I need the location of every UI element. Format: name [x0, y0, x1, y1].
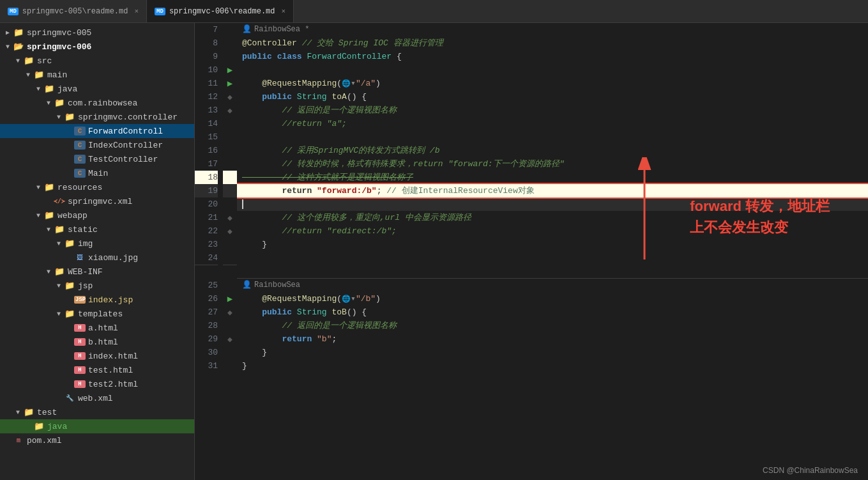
tab-label-1: springmvc-005\readme.md [22, 7, 128, 16]
sidebar-item-xiaomu[interactable]: 🖼 xiaomu.jpg [0, 251, 194, 265]
sidebar-item-forward-controller[interactable]: C ForwardControll [0, 124, 194, 138]
sidebar-item-resources[interactable]: ▼ 📁 resources [0, 180, 194, 194]
sidebar-item-webinf[interactable]: ▼ 📁 WEB-INF [0, 265, 194, 279]
code-line-10: @RequestMapping(🌐▾"/a") [237, 77, 868, 90]
run-icon-10[interactable]: ▶ [227, 65, 232, 75]
linenum-17: 17 [195, 157, 218, 171]
gutter-8 [223, 36, 237, 50]
kw-public-8: public [242, 52, 272, 61]
linenum-8: 8 [195, 36, 218, 50]
gutter-17 [223, 157, 237, 171]
code-line-18: return "forward:/b"; // 创建InternalResour… [237, 184, 868, 197]
sidebar-item-springmvc006[interactable]: ▼ 📂 springmvc-006 [0, 40, 194, 54]
pom-icon: m [13, 437, 24, 444]
sidebar-item-test-html[interactable]: H test.html [0, 363, 194, 377]
tab-springmvc006[interactable]: MD springmvc-006\readme.md × [147, 0, 294, 22]
sidebar-item-test2-html[interactable]: H test2.html [0, 377, 194, 391]
html-icon-index: H [74, 352, 86, 360]
sidebar-item-index-jsp[interactable]: JSP index.jsp [0, 293, 194, 307]
sidebar-label-src: src [37, 56, 194, 66]
tab-close-2[interactable]: × [282, 8, 286, 15]
tab-close-1[interactable]: × [134, 8, 139, 15]
sidebar-item-img[interactable]: ▼ 📁 img [0, 236, 194, 251]
sidebar-label-b-html: b.html [88, 337, 194, 347]
static-folder-icon: 📁 [54, 224, 65, 235]
run-icon-11[interactable]: ▶ [227, 78, 232, 89]
java-icon-tc: C [74, 155, 86, 164]
str-28: "b" [317, 334, 331, 344]
sidebar-label-img: img [78, 239, 194, 249]
comment-12: // 返回的是一个逻辑视图名称 [242, 105, 397, 115]
sidebar-item-index-controller[interactable]: C IndexController [0, 138, 194, 152]
tab-md-icon-2: MD [155, 8, 165, 15]
test-java-folder-icon: 📁 [33, 421, 45, 431]
code-line-23 [237, 251, 868, 265]
sidebar-label-resources: resources [57, 183, 194, 192]
comment-17-strike: // 这种方式就不是逻辑视图名称了 [242, 173, 413, 182]
linenum-21: 21 [195, 211, 218, 224]
sidebar-item-com-rainbowsea[interactable]: ▼ 📁 com.rainbowsea [0, 96, 194, 110]
tab-springmvc005[interactable]: MD springmvc-005\readme.md × [0, 0, 147, 22]
gutter-25 [223, 279, 237, 292]
sidebar-item-test-controller[interactable]: C TestController [0, 152, 194, 166]
ctrl-folder-icon: 📁 [64, 112, 75, 122]
sidebar-item-index-html[interactable]: H index.html [0, 349, 194, 363]
sidebar-item-static[interactable]: ▼ 📁 static [0, 222, 194, 236]
gutter-31 [223, 359, 237, 373]
sidebar-item-web-xml[interactable]: 🔧 web.xml [0, 391, 194, 405]
sidebar-item-a-html[interactable]: H a.html [0, 321, 194, 335]
comment-15: // 采用SpringMVC的转发方式跳转到 /b [242, 146, 439, 155]
java-icon-mc: C [74, 169, 86, 178]
kw-public-11: public [262, 92, 292, 102]
code-line-25: @RequestMapping(🌐▾"/b") [237, 292, 868, 306]
tab-bar: MD springmvc-005\readme.md × MD springmv… [0, 0, 868, 23]
gutter-20 [223, 197, 237, 211]
linenum-13: 13 [195, 104, 218, 117]
html-icon-test: H [74, 366, 86, 374]
sidebar-label-main: main [47, 70, 194, 80]
sidebar-label-xiaomu: xiaomu.jpg [88, 253, 194, 263]
comment-21: //return "redirect:/b"; [242, 226, 397, 236]
sidebar-item-jsp-folder[interactable]: ▼ 📁 jsp [0, 279, 194, 293]
ann-requestmapping-10: @RequestMapping [262, 79, 337, 88]
sidebar-item-test-folder[interactable]: ▼ 📁 test [0, 405, 194, 419]
gutter-15 [223, 130, 237, 144]
linenum-16: 16 [195, 144, 218, 157]
method-tob: toB [331, 307, 346, 317]
arrow-main: ▼ [23, 72, 33, 79]
sidebar-item-webapp[interactable]: ▼ 📁 webapp [0, 208, 194, 222]
gutter-column: ▶ ▶ ◆ ◆ ◆ ◆ ▶ ◆ ◆ [223, 23, 237, 480]
globe-icon-10: 🌐 [342, 80, 351, 88]
templates-folder-icon: 📁 [64, 309, 75, 319]
sidebar-item-pom-xml[interactable]: m pom.xml [0, 433, 194, 447]
sidebar-item-main[interactable]: ▼ 📁 main [0, 68, 194, 82]
sidebar-item-java[interactable]: ▼ 📁 java [0, 82, 194, 96]
sidebar-item-b-html[interactable]: H b.html [0, 335, 194, 349]
linenum-30: 30 [195, 346, 218, 359]
gutter-30 [223, 346, 237, 359]
main-folder-icon: 📁 [33, 70, 45, 80]
str-25: "/b" [356, 294, 376, 304]
sidebar-item-springmvc-xml[interactable]: ≺/≻ springmvc.xml [0, 194, 194, 208]
indent-26 [242, 307, 262, 317]
linenum-10: 10 [195, 63, 218, 77]
sidebar-label-pom: pom.xml [27, 436, 194, 445]
sidebar-item-src[interactable]: ▼ 📁 src [0, 54, 194, 68]
code-line-24 [237, 265, 868, 278]
folder-open-icon: 📂 [13, 42, 24, 52]
space-26 [292, 307, 297, 317]
gutter-19 [223, 184, 237, 197]
tab-label-2: springmvc-006\readme.md [169, 7, 275, 16]
sidebar-item-springmvc005[interactable]: ▶ 📁 springmvc-005 [0, 26, 194, 40]
gutter-9 [223, 50, 237, 63]
code-line-17: // 这种方式就不是逻辑视图名称了 [237, 171, 868, 184]
sidebar-item-test-java[interactable]: 📁 java [0, 419, 194, 433]
run-icon-26[interactable]: ▶ [227, 293, 232, 304]
sidebar-item-main-class[interactable]: C Main [0, 166, 194, 180]
str-10: "/a" [356, 79, 376, 88]
sidebar-item-templates[interactable]: ▼ 📁 templates [0, 307, 194, 321]
semi-28: ; [331, 334, 337, 344]
webinf-folder-icon: 📁 [54, 267, 65, 277]
sidebar-item-controller-pkg[interactable]: ▼ 📁 springmvc.controller [0, 110, 194, 124]
tab-md-icon-1: MD [8, 8, 19, 15]
